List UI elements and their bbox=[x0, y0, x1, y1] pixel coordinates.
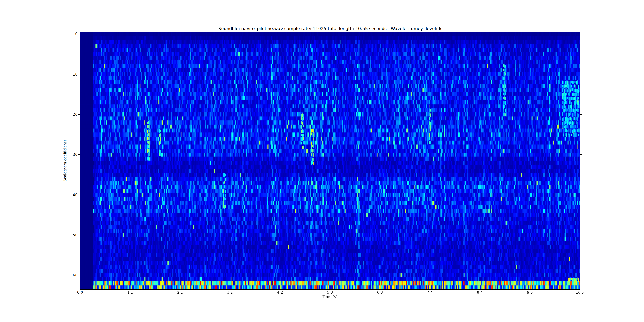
y-tick-mark-right bbox=[580, 235, 582, 235]
y-tick-label: 20 bbox=[61, 112, 78, 117]
y-tick-mark-right bbox=[580, 114, 582, 115]
y-tick-mark bbox=[78, 275, 80, 276]
x-axis-label: Time (s) bbox=[80, 294, 580, 299]
x-tick-mark-top bbox=[430, 30, 430, 32]
y-tick-label: 40 bbox=[61, 192, 78, 197]
x-tick-mark-top bbox=[80, 30, 80, 32]
x-tick-mark-top bbox=[530, 30, 530, 32]
x-tick-mark-top bbox=[280, 30, 280, 32]
x-tick-mark-top bbox=[580, 30, 580, 32]
x-tick-mark-top bbox=[180, 30, 180, 32]
y-tick-label: 0 bbox=[61, 32, 78, 36]
figure: Soundfile: navire_pilotine.wav sample ra… bbox=[0, 0, 644, 322]
y-tick-mark bbox=[78, 74, 80, 74]
x-tick-label: 8.4 bbox=[470, 290, 490, 295]
x-tick-label: 7.4 bbox=[420, 290, 440, 295]
x-tick-mark-top bbox=[130, 30, 130, 32]
y-tick-mark bbox=[78, 154, 80, 155]
x-tick-label: 1.1 bbox=[120, 290, 140, 295]
x-tick-mark-top bbox=[330, 30, 330, 32]
x-tick-label: 6.3 bbox=[370, 290, 390, 295]
y-tick-mark-right bbox=[580, 195, 582, 195]
y-tick-mark-right bbox=[580, 275, 582, 276]
y-tick-mark bbox=[78, 235, 80, 235]
y-tick-mark bbox=[78, 114, 80, 115]
scalogram-heatmap bbox=[80, 32, 580, 289]
y-tick-mark bbox=[78, 34, 80, 34]
y-tick-label: 60 bbox=[61, 273, 78, 278]
y-tick-mark bbox=[78, 195, 80, 195]
y-tick-mark-right bbox=[580, 34, 582, 34]
x-tick-label: 5.3 bbox=[320, 290, 340, 295]
y-tick-label: 10 bbox=[61, 72, 78, 77]
x-tick-label: 4.2 bbox=[270, 290, 290, 295]
x-tick-label: 9.5 bbox=[520, 290, 540, 295]
x-tick-mark-top bbox=[380, 30, 380, 32]
y-axis-label: Scalogram coefficients bbox=[63, 140, 67, 181]
x-tick-label: 3.2 bbox=[220, 290, 240, 295]
x-tick-mark-top bbox=[480, 30, 480, 32]
y-tick-label: 30 bbox=[61, 152, 78, 157]
y-tick-mark-right bbox=[580, 154, 582, 155]
x-tick-label: 10.5 bbox=[570, 290, 590, 295]
y-tick-mark-right bbox=[580, 74, 582, 74]
x-tick-label: 2.1 bbox=[170, 290, 190, 295]
x-tick-label: 0.0 bbox=[70, 290, 90, 295]
x-tick-mark-top bbox=[230, 30, 230, 32]
y-tick-label: 50 bbox=[61, 233, 78, 238]
